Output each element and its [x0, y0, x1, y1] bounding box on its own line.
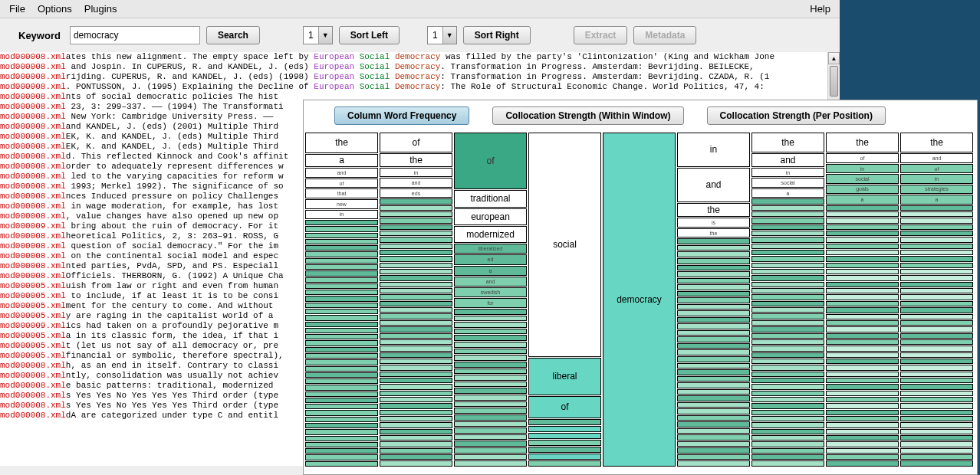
mosaic-tile[interactable]: and	[305, 168, 378, 178]
mosaic-tile[interactable]	[900, 263, 973, 268]
mosaic-tile[interactable]	[305, 378, 378, 384]
mosaic-tile[interactable]	[380, 416, 452, 421]
mosaic-tile[interactable]	[826, 205, 899, 211]
mosaic-tile[interactable]	[751, 250, 824, 255]
mosaic-tile[interactable]	[305, 410, 378, 415]
mosaic-tile[interactable]	[305, 398, 378, 403]
mosaic-tile[interactable]	[826, 410, 899, 415]
mosaic-tile[interactable]	[751, 320, 824, 326]
mosaic-tile[interactable]	[380, 275, 452, 280]
mosaic-tile[interactable]	[454, 382, 527, 388]
mosaic-tile[interactable]: a	[826, 195, 899, 204]
mosaic-tile[interactable]	[900, 224, 973, 230]
concordance-line[interactable]: mod000008.xmlates this new alignment. Th…	[0, 52, 840, 62]
mosaic-tile[interactable]	[528, 426, 601, 432]
mosaic-tile[interactable]	[454, 388, 527, 394]
tab-col-freq[interactable]: Column Word Frequency	[334, 106, 469, 125]
tab-colloc-position[interactable]: Collocation Strength (Per Position)	[707, 106, 886, 125]
mosaic-tile[interactable]	[826, 429, 899, 434]
mosaic-tile[interactable]	[454, 447, 527, 454]
mosaic-tile[interactable]	[380, 198, 452, 204]
mosaic-tile[interactable]: of	[305, 179, 378, 188]
mosaic-tile[interactable]	[826, 435, 899, 441]
mosaic-tile[interactable]	[826, 365, 899, 370]
mosaic-tile[interactable]	[900, 275, 973, 280]
mosaic-tile[interactable]	[380, 256, 452, 261]
mosaic-tile[interactable]	[454, 322, 527, 328]
mosaic-tile[interactable]	[900, 365, 973, 370]
mosaic-tile[interactable]	[677, 323, 750, 329]
mosaic-tile[interactable]	[528, 419, 601, 425]
mosaic-tile[interactable]	[826, 448, 899, 454]
mosaic-tile[interactable]	[454, 362, 527, 368]
mosaic-tile[interactable]	[454, 428, 527, 434]
mosaic-tile[interactable]	[305, 315, 378, 320]
mosaic-tile[interactable]	[900, 454, 973, 460]
mosaic-tile[interactable]	[380, 460, 452, 466]
mosaic-tile[interactable]	[751, 205, 824, 211]
mosaic-tile[interactable]	[900, 282, 973, 287]
mosaic-tile[interactable]	[677, 441, 750, 447]
mosaic-tile[interactable]	[826, 359, 899, 364]
mosaic-tile[interactable]	[380, 397, 452, 402]
mosaic-tile[interactable]	[305, 258, 378, 264]
mosaic-tile[interactable]	[454, 421, 527, 428]
mosaic-tile[interactable]	[380, 333, 452, 339]
mosaic-tile[interactable]	[751, 352, 824, 358]
mosaic-tile[interactable]	[751, 384, 824, 389]
mosaic-tile[interactable]	[826, 269, 899, 274]
mosaic-tile[interactable]	[826, 263, 899, 268]
mosaic-tile[interactable]	[454, 329, 527, 335]
mosaic-tile[interactable]	[826, 397, 899, 402]
mosaic-tile[interactable]	[751, 326, 824, 332]
mosaic-tile[interactable]	[751, 294, 824, 300]
mosaic-tile[interactable]	[900, 237, 973, 242]
mosaic-tile[interactable]	[751, 346, 824, 351]
mosaic-tile[interactable]	[751, 435, 824, 441]
mosaic-tile[interactable]	[380, 403, 452, 408]
mosaic-tile[interactable]	[380, 378, 452, 383]
mosaic-tile[interactable]	[528, 440, 601, 446]
mosaic-tile[interactable]	[826, 333, 899, 339]
scroll-up-icon[interactable]: ▲	[828, 52, 840, 64]
mosaic-tile[interactable]	[826, 224, 899, 230]
mosaic-tile[interactable]	[900, 410, 973, 415]
mosaic-tile[interactable]	[380, 372, 452, 377]
mosaic-tile[interactable]: in	[380, 168, 452, 177]
mosaic-tile[interactable]	[380, 454, 452, 460]
mosaic-tile[interactable]: of	[528, 396, 601, 418]
mosaic-tile[interactable]	[454, 414, 527, 421]
mosaic-tile[interactable]	[305, 277, 378, 283]
mosaic-tile[interactable]	[677, 421, 750, 428]
mosaic-tile[interactable]	[305, 423, 378, 428]
mosaic-tile[interactable]	[380, 301, 452, 306]
mosaic-tile[interactable]	[826, 454, 899, 460]
mosaic-tile[interactable]: traditional	[454, 190, 527, 207]
mosaic-tile[interactable]	[677, 376, 750, 382]
mosaic-tile[interactable]	[677, 349, 750, 355]
mosaic-tile[interactable]	[751, 333, 824, 339]
mosaic-tile[interactable]	[677, 245, 750, 251]
mosaic-tile[interactable]: that	[305, 188, 378, 198]
mosaic-tile[interactable]: and	[677, 168, 750, 202]
mosaic-tile[interactable]	[900, 205, 973, 211]
mosaic-tile[interactable]: goals	[826, 185, 899, 194]
mosaic-tile[interactable]	[826, 218, 899, 223]
mosaic-tile[interactable]	[900, 429, 973, 434]
mosaic-tile[interactable]	[454, 349, 527, 355]
mosaic-tile[interactable]	[826, 403, 899, 408]
mosaic-tile[interactable]: the	[677, 228, 750, 238]
mosaic-tile[interactable]	[380, 231, 452, 236]
mosaic-tile[interactable]	[826, 352, 899, 358]
mosaic-tile[interactable]	[751, 448, 824, 454]
mosaic-tile[interactable]	[677, 278, 750, 284]
mosaic-tile[interactable]: is	[677, 218, 750, 228]
mosaic-tile[interactable]	[751, 391, 824, 396]
mosaic-tile[interactable]	[454, 335, 527, 341]
mosaic-tile[interactable]	[751, 275, 824, 280]
mosaic-tile[interactable]: for	[454, 298, 527, 308]
mosaic-tile[interactable]	[454, 434, 527, 441]
mosaic-tile[interactable]	[305, 385, 378, 390]
mosaic-tile[interactable]	[826, 441, 899, 447]
mosaic-tile[interactable]	[751, 211, 824, 217]
